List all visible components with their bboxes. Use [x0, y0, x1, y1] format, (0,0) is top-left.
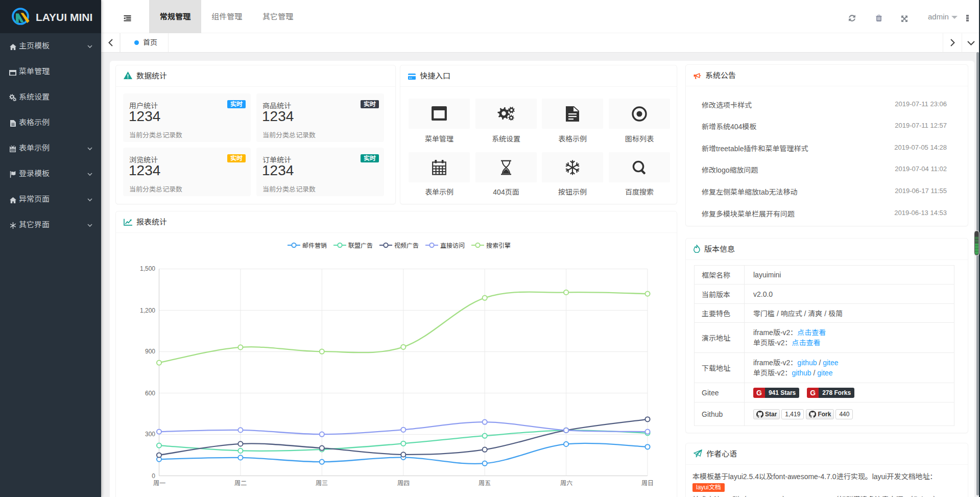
svg-text:600: 600	[145, 390, 155, 397]
svg-text:1,200: 1,200	[140, 307, 155, 314]
svg-text:周四: 周四	[397, 480, 410, 487]
svg-text:900: 900	[145, 348, 155, 355]
svg-text:周三: 周三	[316, 480, 328, 487]
svg-text:1,500: 1,500	[140, 265, 155, 272]
svg-text:周六: 周六	[560, 480, 572, 487]
svg-text:周一: 周一	[153, 480, 165, 487]
svg-text:周五: 周五	[479, 480, 491, 487]
svg-text:周日: 周日	[641, 480, 654, 487]
svg-text:300: 300	[145, 431, 155, 438]
svg-text:周二: 周二	[234, 480, 247, 487]
svg-text:0: 0	[152, 472, 155, 480]
